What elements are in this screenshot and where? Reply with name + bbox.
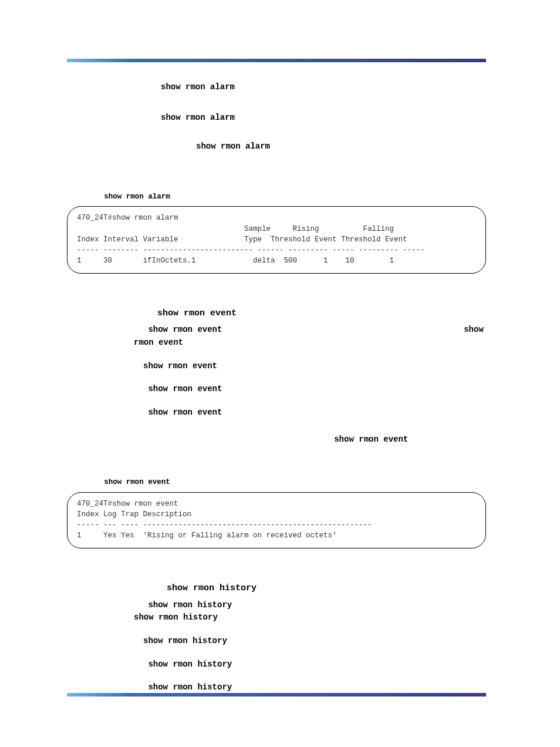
cmd-text: show rmon alarm bbox=[161, 113, 235, 122]
text: Figure 102 displays a sample output of t… bbox=[134, 435, 271, 443]
figure-101-box: 470_24T#show rmon alarm Sample Rising Fa… bbox=[67, 206, 486, 274]
cmd-text: show rmon history bbox=[148, 682, 232, 692]
heading-post: command bbox=[237, 307, 281, 317]
alarm-syntax-line2: show rmon alarm bbox=[161, 112, 486, 124]
text: command has no parameters or variables. bbox=[222, 408, 356, 416]
show-rmon-history-heading: show rmon history command bbox=[67, 580, 486, 595]
text: command has no parameters or variables. bbox=[232, 682, 366, 691]
heading-cmd: show rmon event bbox=[157, 308, 237, 318]
event-syntax: show rmon event bbox=[143, 360, 486, 373]
fig-label-pre: Figure 102 bbox=[67, 477, 104, 486]
cmd-text: show rmon event bbox=[143, 361, 217, 371]
text: command is in the privExec command mode. bbox=[232, 659, 377, 668]
history-p2: The show rmon history command is in the … bbox=[134, 658, 486, 671]
fig-label-post: command output bbox=[170, 192, 227, 200]
alarm-syntax: show rmon alarm bbox=[196, 140, 486, 153]
cmd-text: show rmon event bbox=[148, 384, 222, 393]
fig-label-post: command output bbox=[170, 477, 227, 486]
event-p3: The show rmon event command has no param… bbox=[134, 406, 486, 419]
text: command displays the entries in the RMON… bbox=[232, 600, 477, 609]
cmd-text: show rmon event bbox=[148, 408, 222, 417]
figure-102-label: Figure 102 show rmon event command outpu… bbox=[67, 476, 486, 488]
cmd-text: show rmon alarm bbox=[161, 82, 235, 92]
cmd-text: show rmon history bbox=[134, 613, 218, 622]
text: command displays the entries in the RMON… bbox=[222, 325, 464, 334]
text: The bbox=[134, 325, 148, 334]
text: The bbox=[134, 659, 148, 668]
text: command. bbox=[408, 435, 443, 443]
cmd-text: show rmon event bbox=[334, 435, 408, 444]
text: The bbox=[134, 384, 148, 393]
text: The bbox=[134, 600, 148, 609]
figure-102-box: 470_24T#show rmon event Index Log Trap D… bbox=[67, 492, 486, 549]
figure-101-label: Figure 101 show rmon alarm command outpu… bbox=[67, 191, 486, 203]
text: The bbox=[134, 408, 148, 416]
cmd-text: show rmon event bbox=[148, 325, 222, 334]
footer-divider bbox=[67, 693, 486, 696]
cmd-text: show rmon alarm bbox=[196, 142, 270, 151]
cmd-text: show rmon history bbox=[148, 659, 232, 669]
cmd-text: show rmon history bbox=[148, 600, 232, 610]
event-p4: Figure 102 displays a sample output of t… bbox=[134, 433, 486, 446]
text: The bbox=[134, 682, 148, 691]
alarm-syntax-line: show rmon alarm bbox=[161, 81, 486, 94]
history-p3: The show rmon history command has no par… bbox=[134, 681, 486, 694]
text: command is: bbox=[218, 613, 261, 621]
fig-label-pre: Figure 101 bbox=[67, 192, 104, 200]
event-p1: The show rmon event command displays the… bbox=[134, 324, 486, 349]
header-divider bbox=[67, 59, 486, 62]
heading-post: command bbox=[257, 582, 301, 592]
show-rmon-event-heading: show rmon event command bbox=[67, 305, 486, 320]
history-p1: The show rmon history command displays t… bbox=[134, 599, 486, 624]
fig-label-cmd: show rmon event bbox=[104, 478, 170, 486]
event-p2: The show rmon event command is in the pr… bbox=[134, 383, 486, 396]
page-content: show rmon alarm show rmon alarm show rmo… bbox=[67, 76, 486, 698]
heading-cmd: show rmon history bbox=[167, 583, 257, 593]
text: command is in the privExec command mode. bbox=[222, 384, 367, 393]
fig-label-cmd: show rmon alarm bbox=[104, 193, 170, 201]
cmd-text: show rmon history bbox=[143, 636, 227, 645]
history-syntax: show rmon history bbox=[143, 635, 486, 648]
text: command is: bbox=[183, 338, 226, 346]
